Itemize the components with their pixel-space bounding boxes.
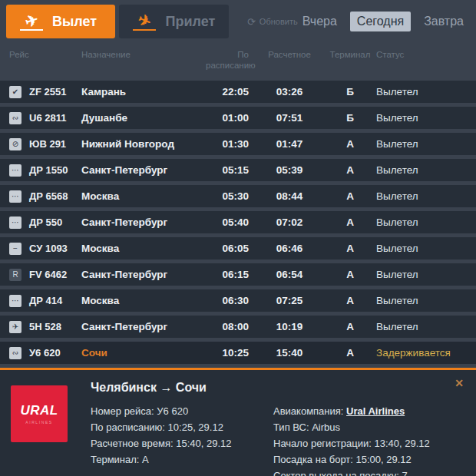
refresh-label: Обновить — [259, 17, 298, 26]
flight-number: У6 620 — [29, 347, 81, 359]
tab-arrivals[interactable]: ✈ Прилет — [119, 5, 228, 38]
destination: Москва — [81, 190, 206, 202]
detail-right-column: Авиакомпания: Ural Airlines Тип ВС: Airb… — [273, 403, 465, 476]
aircraft-type-value: Airbus — [312, 421, 340, 433]
close-icon[interactable]: ✕ — [455, 377, 464, 389]
table-row[interactable]: R FV 6462 Санкт-Петербург 06:15 06:54 А … — [0, 263, 476, 286]
flight-number: ДР 1550 — [29, 164, 81, 176]
airline-logo-icon: R — [9, 269, 21, 281]
scheduled-time: 08:00 — [206, 321, 255, 332]
destination: Сочи — [81, 347, 206, 359]
detail-line: Тип ВС: Airbus — [273, 419, 465, 435]
airline-logo-icon: ∾ — [9, 112, 21, 124]
airline-logo-icon: − — [9, 243, 21, 255]
airline-logo-icon: ⊘ — [9, 138, 21, 150]
airline-logo-large: URAL AIRLINES — [11, 385, 68, 442]
refresh-icon: ⟳ — [247, 16, 256, 28]
scheduled-time: 10:25 — [206, 347, 255, 359]
detail-line: Начало регистрации: 13:40, 29.12 — [273, 435, 465, 451]
flight-number: ZF 2551 — [29, 86, 81, 98]
departure-plane-icon: ✈ — [20, 13, 43, 31]
table-row[interactable]: − СУ 1093 Москва 06:05 06:46 А Вылетел — [0, 237, 476, 259]
terminal: А — [324, 321, 376, 332]
gate-sector-label: Сектор выхода на посадку: — [273, 470, 399, 476]
flight-number: 5Н 528 — [29, 321, 81, 332]
tab-departures-label: Вылет — [52, 14, 97, 30]
boarding-label: Посадка на борт: — [273, 454, 353, 465]
header-status: Статус — [376, 49, 476, 60]
flight-number: U6 2811 — [29, 112, 81, 124]
scheduled-time: 22:05 — [206, 86, 255, 98]
table-row[interactable]: ✔ ZF 2551 Камрань 22:05 03:26 Б Вылетел — [0, 81, 476, 103]
status: Вылетел — [376, 86, 476, 98]
detail-line: По расписанию: 10:25, 29.12 — [91, 419, 273, 435]
airline-logo-icon: ✈ — [9, 321, 21, 333]
destination: Москва — [81, 243, 206, 254]
estimated-time: 08:44 — [255, 190, 324, 202]
header-terminal: Терминал — [324, 49, 376, 60]
table-row[interactable]: ⋯ ДР 550 Санкт-Петербург 05:40 07:02 А В… — [0, 211, 476, 233]
flight-number: ДР 550 — [29, 217, 81, 228]
detail-line: Посадка на борт: 15:00, 29.12 — [273, 451, 465, 468]
flights-table: ✔ ZF 2551 Камрань 22:05 03:26 Б Вылетел … — [0, 81, 476, 368]
status: Вылетел — [376, 112, 476, 124]
table-row[interactable]: ∾ U6 2811 Душанбе 01:00 07:51 Б Вылетел — [0, 107, 476, 129]
scheduled-time: 06:15 — [206, 269, 255, 280]
status: Вылетел — [376, 321, 476, 332]
scheduled-time: 01:00 — [206, 112, 255, 124]
checkin-start-value: 13:40, 29.12 — [375, 438, 430, 449]
header-flight: Рейс — [9, 49, 81, 60]
estimated-time: 15:40 — [255, 347, 324, 359]
flight-number: ЮВ 291 — [29, 138, 81, 150]
status: Вылетел — [376, 138, 476, 150]
aircraft-type-label: Тип ВС: — [273, 421, 309, 433]
terminal-value: А — [142, 454, 149, 465]
destination: Москва — [81, 295, 206, 306]
estimated-label: Расчетное время: — [91, 438, 174, 449]
estimated-time: 07:51 — [255, 112, 324, 124]
table-row-selected[interactable]: ∾ У6 620 Сочи 10:25 15:40 А Задерживаетс… — [0, 342, 476, 364]
destination: Камрань — [81, 86, 206, 98]
status: Вылетел — [376, 164, 476, 176]
scheduled-time: 05:30 — [206, 190, 255, 202]
airline-logo-icon: ⋯ — [9, 217, 21, 229]
estimated-time: 01:47 — [255, 138, 324, 150]
header-destination: Назначение — [81, 49, 206, 60]
date-today-button[interactable]: Сегодня — [350, 12, 411, 31]
arrival-plane-icon: ✈ — [133, 13, 156, 31]
gate-sector-value: 7 — [402, 470, 407, 476]
tab-departures[interactable]: ✈ Вылет — [6, 5, 115, 38]
airline-label: Авиакомпания: — [273, 405, 343, 417]
status: Вылетел — [376, 269, 476, 280]
detail-body: Челябинск → Сочи Номер рейса: У6 620 По … — [91, 378, 465, 476]
scheduled-value: 10:25, 29.12 — [168, 421, 223, 433]
terminal: А — [324, 243, 376, 254]
scheduled-time: 01:30 — [206, 138, 255, 150]
estimated-value: 15:40, 29.12 — [176, 438, 231, 449]
estimated-time: 06:46 — [255, 243, 324, 254]
detail-line: Сектор выхода на посадку: 7 — [273, 468, 465, 476]
table-header: Рейс Назначение По расписанию Расчетное … — [0, 49, 476, 74]
flight-number: FV 6462 — [29, 269, 81, 280]
airline-logo-icon: ✔ — [9, 86, 21, 98]
date-switcher: Вчера Сегодня Завтра — [298, 12, 468, 31]
date-tomorrow-button[interactable]: Завтра — [419, 12, 468, 31]
airline-logo-subtext: AIRLINES — [25, 420, 53, 425]
date-yesterday-button[interactable]: Вчера — [298, 12, 342, 31]
table-row[interactable]: ✈ 5Н 528 Санкт-Петербург 08:00 10:19 А В… — [0, 316, 476, 338]
table-row[interactable]: ⋯ ДР 6568 Москва 05:30 08:44 А Вылетел — [0, 185, 476, 207]
airline-link[interactable]: Ural Airlines — [346, 405, 405, 417]
airline-logo-icon: ⋯ — [9, 295, 21, 307]
table-row[interactable]: ⋯ ДР 414 Москва 06:30 07:25 А Вылетел — [0, 289, 476, 312]
estimated-time: 03:26 — [255, 86, 324, 98]
scheduled-time: 06:30 — [206, 295, 255, 306]
terminal: А — [324, 190, 376, 202]
table-row[interactable]: ⋯ ДР 1550 Санкт-Петербург 05:15 05:39 А … — [0, 159, 476, 181]
flight-detail-panel: ✕ URAL AIRLINES Челябинск → Сочи Номер р… — [0, 368, 476, 476]
scheduled-time: 05:40 — [206, 217, 255, 228]
scheduled-time: 06:05 — [206, 243, 255, 254]
table-row[interactable]: ⊘ ЮВ 291 Нижний Новгород 01:30 01:47 А В… — [0, 133, 476, 155]
terminal: А — [324, 164, 376, 176]
estimated-time: 05:39 — [255, 164, 324, 176]
refresh-button[interactable]: ⟳ Обновить — [247, 16, 298, 28]
